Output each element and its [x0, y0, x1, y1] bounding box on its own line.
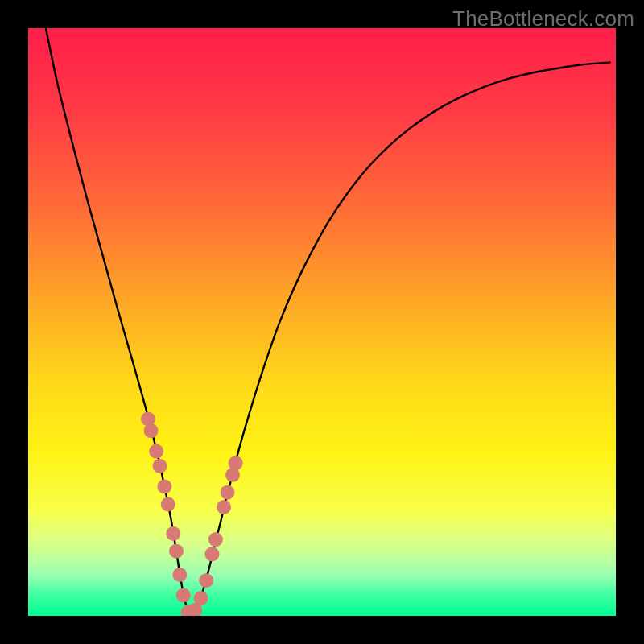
marker-point	[169, 544, 184, 559]
marker-point	[161, 497, 175, 511]
marker-point	[208, 532, 223, 547]
marker-point	[199, 573, 213, 588]
marker-point	[220, 485, 234, 500]
bottleneck-curve	[46, 28, 610, 614]
chart-frame: TheBottleneck.com	[0, 0, 644, 644]
marker-point	[144, 423, 159, 438]
marker-point	[166, 526, 180, 541]
highlight-markers	[141, 411, 243, 616]
marker-point	[157, 479, 171, 493]
curve-overlay	[28, 28, 616, 616]
marker-point	[176, 588, 191, 602]
marker-point	[204, 547, 219, 561]
marker-point	[149, 444, 163, 459]
marker-point	[217, 500, 231, 514]
marker-point	[153, 459, 167, 473]
marker-point	[172, 568, 187, 582]
plot-area	[28, 28, 616, 616]
marker-point	[229, 456, 243, 470]
marker-point	[194, 591, 208, 605]
